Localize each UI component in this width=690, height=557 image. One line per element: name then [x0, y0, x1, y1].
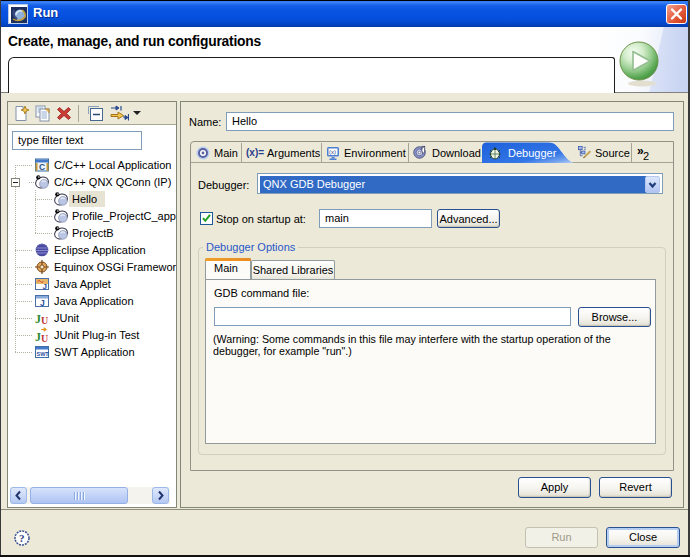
svg-text:SWT: SWT — [37, 351, 50, 357]
svg-text:J: J — [43, 282, 47, 291]
svg-text:C: C — [39, 162, 45, 172]
svg-text:J: J — [40, 298, 45, 308]
svg-text:U: U — [41, 333, 48, 344]
svg-text:U: U — [41, 315, 48, 326]
svg-text:?: ? — [19, 532, 25, 544]
svg-text:(x): (x) — [329, 149, 336, 155]
